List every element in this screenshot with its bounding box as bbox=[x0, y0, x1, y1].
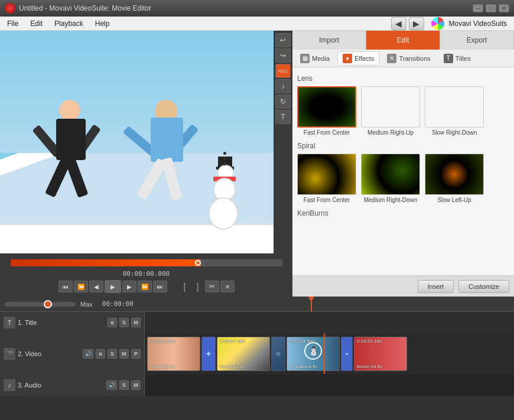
video-track-s[interactable]: S bbox=[108, 349, 117, 359]
record-button[interactable]: REC bbox=[275, 64, 291, 78]
titlebar: Untitled - Movavi VideoSuite: Movie Edit… bbox=[0, 0, 514, 17]
menu-file[interactable]: File bbox=[5, 18, 21, 29]
clip-movie02[interactable]: 0:03:47.180 Movie 02.flv bbox=[217, 337, 270, 371]
audio-track-volume[interactable]: 🔊 bbox=[106, 380, 117, 390]
effect-thumb-spiral-ff bbox=[297, 154, 356, 195]
subtab-effects[interactable]: ● Effects bbox=[337, 51, 379, 66]
effect-label-lens-ff: Fast From Center bbox=[297, 129, 356, 136]
clip-dzabava[interactable]: 0:02:04.900 ⛄ D_Zabava.flv bbox=[287, 337, 340, 371]
in-point-button[interactable]: [ bbox=[179, 281, 191, 292]
effect-lens-mr[interactable]: Medium Right-Up bbox=[361, 86, 420, 136]
transition-1[interactable]: ✦ bbox=[201, 337, 216, 371]
text-overlay-button[interactable]: T bbox=[275, 110, 291, 124]
delete-button[interactable]: ✕ bbox=[220, 281, 235, 292]
tab-edit[interactable]: Edit bbox=[366, 31, 440, 50]
tab-import[interactable]: Import bbox=[292, 31, 366, 50]
rotate-button[interactable]: ↻ bbox=[275, 95, 291, 109]
titles-label: Titles bbox=[456, 55, 471, 62]
effect-label-spiral-sl: Slow Left-Up bbox=[425, 197, 484, 203]
spiral-section-label: Spiral bbox=[297, 142, 509, 150]
effect-thumb-lens-sr bbox=[425, 86, 484, 128]
window-title: Untitled - Movavi VideoSuite: Movie Edit… bbox=[19, 4, 473, 12]
lens-effects-grid: Fast From Center Medium Right-Up Slow Ri… bbox=[297, 86, 509, 136]
close-button[interactable]: ✕ bbox=[499, 4, 509, 12]
video-track-header: 🎬 2. Video 🔊 α S M P bbox=[0, 333, 145, 375]
cut-button[interactable]: ✂ bbox=[205, 281, 219, 292]
redo-button[interactable]: ▶ bbox=[409, 17, 424, 30]
effect-label-lens-mr: Medium Right-Up bbox=[361, 129, 420, 136]
effects-icon: ● bbox=[343, 54, 352, 63]
effect-spiral-ff[interactable]: Fast From Center bbox=[297, 154, 356, 203]
menu-edit[interactable]: Edit bbox=[28, 18, 45, 29]
snow-ground bbox=[0, 224, 274, 253]
transition-3[interactable]: ▪ bbox=[341, 337, 353, 371]
step-forward-button[interactable]: ▶ bbox=[122, 281, 136, 292]
menubar: File Edit Playback Help ◀ ▶ Movavi Video… bbox=[0, 17, 514, 31]
go-to-end-button[interactable]: ⏭ bbox=[153, 281, 167, 292]
effect-lens-ff[interactable]: Fast From Center bbox=[297, 86, 356, 136]
timeline-header: Max 00:00:00 bbox=[0, 297, 514, 312]
video-track-row: 🎬 2. Video 🔊 α S M P 0:02:06.900 Movie 0… bbox=[0, 333, 514, 375]
undo-side-button[interactable]: ↩ bbox=[275, 33, 291, 47]
step-back-button[interactable]: ◀ bbox=[89, 281, 103, 292]
movavi-brand-text: Movavi VideoSuits bbox=[447, 18, 510, 29]
seek-thumb bbox=[195, 260, 201, 266]
transition-2[interactable]: ✧ bbox=[271, 337, 285, 371]
audio-track-s[interactable]: S bbox=[119, 380, 129, 390]
clip-movie01[interactable]: 0:02:06.900 Movie 01.flv bbox=[147, 337, 200, 371]
play-button[interactable]: ▶ bbox=[105, 280, 121, 293]
playhead-triangle bbox=[308, 297, 314, 302]
volume-button[interactable]: ♪ bbox=[275, 79, 291, 93]
lens-section-label: Lens bbox=[297, 74, 509, 83]
insert-button[interactable]: Insert bbox=[418, 280, 454, 293]
menu-help[interactable]: Help bbox=[93, 18, 112, 29]
minimize-button[interactable]: ─ bbox=[473, 4, 483, 12]
clip-movie04-time: 0:03:53.180 bbox=[357, 338, 382, 344]
tab-export[interactable]: Export bbox=[440, 31, 514, 50]
clip-dzabava-name: D_Zabava.flv bbox=[289, 364, 317, 369]
media-label: Media bbox=[312, 55, 330, 62]
undo-button[interactable]: ◀ bbox=[391, 17, 406, 30]
clip-movie02-time: 0:03:47.180 bbox=[220, 338, 245, 344]
video-track-alpha[interactable]: α bbox=[96, 349, 105, 359]
seek-bar[interactable] bbox=[11, 259, 282, 266]
clip-movie04[interactable]: 0:03:53.180 Movie 04.flv bbox=[354, 337, 407, 371]
playhead-indicator bbox=[311, 297, 312, 311]
title-track-alpha[interactable]: α bbox=[108, 318, 117, 327]
next-frame-button[interactable]: ⏩ bbox=[138, 281, 152, 292]
effects-footer: Insert Customize bbox=[292, 275, 514, 297]
transition-2-icon: ✧ bbox=[275, 349, 282, 359]
time-display: 00:00:00.000 bbox=[0, 270, 292, 278]
menu-playback[interactable]: Playback bbox=[52, 18, 86, 29]
previous-frame-button[interactable]: ⏪ bbox=[74, 281, 88, 292]
timeline-time-display: 00:00:00 bbox=[102, 300, 134, 308]
title-track-name: 1. Title bbox=[18, 319, 105, 326]
video-track-m[interactable]: M bbox=[119, 349, 129, 359]
subtab-media[interactable]: ▦ Media bbox=[295, 51, 335, 66]
body-left bbox=[56, 119, 86, 160]
subtab-titles[interactable]: T Titles bbox=[438, 51, 476, 66]
audio-track-content bbox=[145, 375, 514, 396]
title-track-content bbox=[145, 312, 514, 333]
spiral-effects-grid: Fast From Center Medium Right-Down Slow … bbox=[297, 154, 509, 203]
effect-spiral-sl[interactable]: Slow Left-Up bbox=[425, 154, 484, 203]
audio-track-m[interactable]: M bbox=[131, 380, 141, 390]
video-track-p[interactable]: P bbox=[131, 349, 141, 359]
effect-spiral-mr[interactable]: Medium Right-Down bbox=[361, 154, 420, 203]
customize-button[interactable]: Customize bbox=[458, 280, 509, 293]
go-to-start-button[interactable]: ⏮ bbox=[58, 281, 73, 292]
zoom-slider[interactable] bbox=[5, 302, 76, 307]
snowman-button-2 bbox=[223, 157, 226, 160]
subtab-transitions[interactable]: ✕ Transitions bbox=[382, 51, 435, 66]
title-track-s[interactable]: S bbox=[119, 318, 129, 327]
title-track-m[interactable]: M bbox=[131, 318, 141, 327]
effect-lens-sr[interactable]: Slow Right-Down bbox=[425, 86, 484, 136]
clip-movie01-name: Movie 01.flv bbox=[150, 364, 175, 369]
right-tabs: Import Edit Export bbox=[292, 31, 514, 50]
video-track-volume[interactable]: 🔊 bbox=[83, 349, 93, 359]
timeline-scrollbar[interactable] bbox=[0, 396, 514, 420]
person-right bbox=[130, 100, 207, 224]
redo-side-button[interactable]: ↪ bbox=[275, 48, 291, 63]
maximize-button[interactable]: □ bbox=[486, 4, 496, 12]
out-point-button[interactable]: ] bbox=[192, 281, 204, 292]
